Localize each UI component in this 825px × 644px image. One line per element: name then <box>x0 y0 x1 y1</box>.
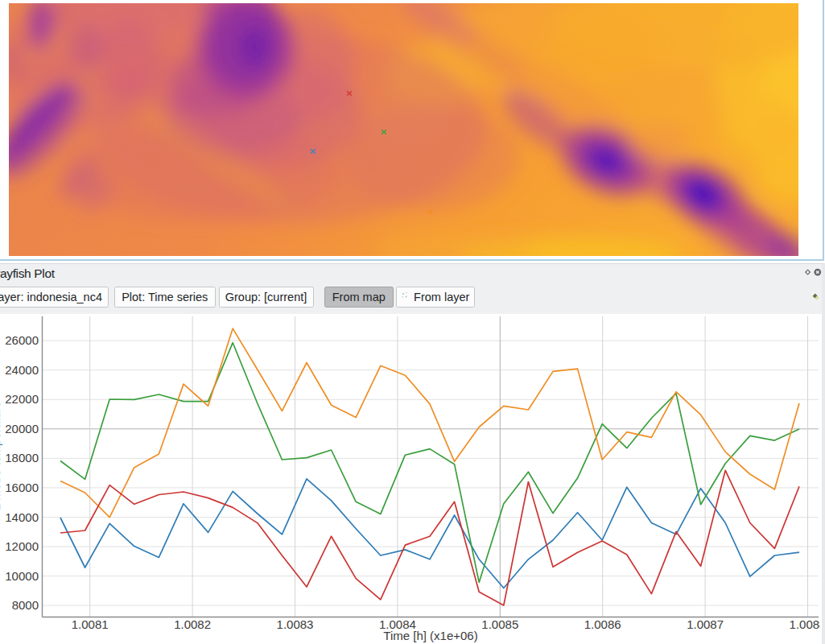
svg-text:1.0087: 1.0087 <box>687 617 724 631</box>
svg-text:Time [h] (x1e+06): Time [h] (x1e+06) <box>383 629 477 642</box>
svg-text:12000: 12000 <box>5 539 39 553</box>
svg-text:1.0083: 1.0083 <box>277 617 314 631</box>
svg-text:1.0082: 1.0082 <box>174 617 211 631</box>
svg-text:14000: 14000 <box>5 510 39 524</box>
svg-text:22000: 22000 <box>5 392 39 406</box>
svg-text:1.0081: 1.0081 <box>72 617 109 631</box>
svg-text:2 metre temperature: 2 metre temperature <box>0 401 2 510</box>
svg-text:10000: 10000 <box>5 569 39 583</box>
svg-text:1.0086: 1.0086 <box>584 617 621 631</box>
svg-text:18000: 18000 <box>5 451 39 464</box>
svg-text:1.0085: 1.0085 <box>481 617 518 631</box>
svg-text:1.0088: 1.0088 <box>790 617 820 631</box>
svg-text:8000: 8000 <box>12 598 39 612</box>
svg-text:20000: 20000 <box>5 422 39 436</box>
svg-text:16000: 16000 <box>5 481 39 494</box>
svg-text:26000: 26000 <box>5 333 39 347</box>
svg-text:24000: 24000 <box>5 363 39 377</box>
